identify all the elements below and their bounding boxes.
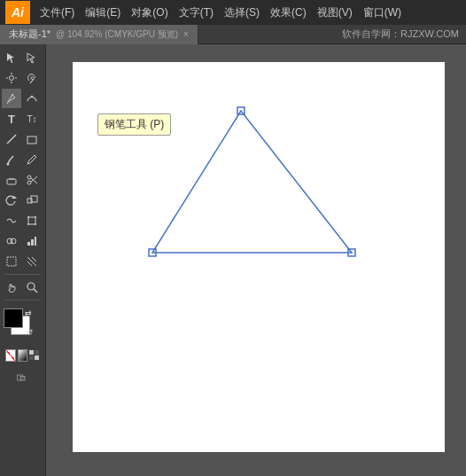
toolbar: T T↕ — [0, 44, 46, 476]
rotate-tool[interactable] — [2, 191, 21, 210]
pattern-icon[interactable] — [29, 349, 40, 362]
svg-point-22 — [35, 223, 36, 225]
tab-bar: 未标题-1* @ 104.92% (CMYK/GPU 预览) × 软件自学网：R… — [0, 25, 466, 44]
canvas-area: 钢笔工具 (P) — [46, 44, 466, 476]
tab-close-button[interactable]: × — [183, 29, 189, 39]
menu-effect[interactable]: 效果(C) — [266, 4, 311, 22]
artboard-tool[interactable] — [2, 252, 21, 271]
menu-file[interactable]: 文件(F) — [35, 4, 79, 22]
menu-view[interactable]: 视图(V) — [313, 4, 357, 22]
svg-rect-36 — [29, 355, 34, 360]
app-logo: Ai — [5, 1, 30, 24]
tab-title: 未标题-1* — [9, 27, 50, 41]
tool-row-eraser — [2, 170, 43, 190]
tab-info: @ 104.92% (CMYK/GPU 预览) — [56, 28, 178, 41]
color-mini-row — [4, 349, 42, 362]
tool-row-2 — [2, 68, 43, 88]
svg-rect-18 — [28, 217, 35, 224]
menu-object[interactable]: 对象(O) — [127, 4, 172, 22]
slice-tool[interactable] — [22, 252, 42, 271]
main-area: T T↕ — [0, 44, 466, 476]
tool-row-select — [2, 48, 43, 67]
touch-type-tool[interactable]: T↕ — [22, 109, 42, 129]
type-tool[interactable]: T — [2, 109, 21, 129]
svg-point-19 — [27, 216, 29, 218]
menu-bar: 文件(F) 编辑(E) 对象(O) 文字(T) 选择(S) 效果(C) 视图(V… — [35, 4, 406, 22]
svg-point-4 — [10, 76, 14, 81]
pen-tool[interactable] — [2, 89, 21, 108]
tool-row-transform — [2, 191, 43, 210]
svg-line-7 — [7, 135, 16, 144]
line-tool[interactable] — [2, 129, 21, 149]
curvature-tool[interactable] — [22, 89, 42, 108]
selection-tool[interactable] — [2, 48, 21, 67]
svg-point-9 — [7, 163, 10, 166]
svg-rect-37 — [35, 355, 39, 360]
tool-row-type: T T↕ — [2, 109, 43, 129]
shape-builder-tool[interactable] — [2, 231, 21, 251]
svg-rect-39 — [20, 377, 25, 381]
tool-row-artboard — [2, 252, 43, 271]
svg-point-12 — [27, 181, 31, 184]
chart-tool[interactable] — [22, 231, 42, 251]
menu-type[interactable]: 文字(T) — [175, 4, 218, 22]
toolbar-divider-2 — [4, 300, 41, 300]
shape-tool[interactable] — [22, 129, 42, 149]
svg-rect-27 — [35, 237, 36, 246]
paintbrush-tool[interactable] — [2, 150, 21, 169]
svg-line-30 — [27, 261, 32, 266]
svg-point-20 — [35, 216, 36, 218]
document-canvas[interactable] — [73, 62, 445, 452]
svg-point-6 — [31, 96, 33, 98]
tool-row-navigate — [2, 277, 43, 297]
document-tab[interactable]: 未标题-1* @ 104.92% (CMYK/GPU 预览) × — [0, 25, 198, 44]
svg-rect-25 — [27, 242, 30, 246]
change-screen-mode-row — [2, 368, 43, 387]
menu-edit[interactable]: 编辑(E) — [81, 4, 125, 22]
reset-colors-icon[interactable]: ↺ — [27, 328, 34, 337]
eraser-tool[interactable] — [2, 170, 21, 190]
tool-row-paint — [2, 150, 43, 169]
toolbar-divider — [4, 274, 41, 275]
pencil-tool[interactable] — [22, 150, 42, 169]
svg-line-33 — [34, 289, 37, 293]
tool-row-graph — [2, 231, 43, 251]
lasso-tool[interactable] — [22, 68, 42, 88]
svg-rect-8 — [27, 137, 36, 144]
canvas-svg — [73, 62, 445, 452]
color-none-icon[interactable] — [5, 349, 16, 362]
triangle-shape[interactable] — [152, 111, 352, 253]
svg-point-21 — [27, 223, 29, 225]
svg-rect-28 — [7, 257, 16, 266]
direct-selection-tool[interactable] — [22, 48, 42, 67]
svg-point-24 — [11, 238, 16, 244]
svg-rect-26 — [31, 239, 34, 246]
svg-rect-35 — [35, 350, 39, 355]
free-transform-tool[interactable] — [22, 211, 42, 230]
svg-point-5 — [12, 94, 13, 96]
color-gradient-icon[interactable] — [18, 349, 28, 362]
svg-rect-34 — [29, 350, 34, 355]
svg-point-11 — [27, 176, 31, 179]
scale-tool[interactable] — [22, 191, 42, 210]
zoom-tool[interactable] — [22, 277, 42, 297]
menu-window[interactable]: 窗口(W) — [359, 4, 406, 22]
swap-colors-icon[interactable]: ⇄ — [25, 308, 32, 317]
color-boxes: ↺ ⇄ — [4, 308, 43, 347]
change-screen-mode-button[interactable] — [4, 368, 43, 387]
title-bar: Ai 文件(F) 编辑(E) 对象(O) 文字(T) 选择(S) 效果(C) 视… — [0, 0, 466, 25]
scissors-tool[interactable] — [22, 170, 42, 190]
svg-rect-10 — [7, 179, 16, 184]
warp-tool[interactable] — [2, 211, 21, 230]
svg-point-32 — [27, 283, 35, 290]
menu-select[interactable]: 选择(S) — [220, 4, 264, 22]
color-section: ↺ ⇄ — [2, 307, 43, 363]
fill-color-box[interactable] — [4, 308, 23, 328]
svg-line-29 — [27, 257, 36, 266]
tool-row-line — [2, 129, 43, 149]
tool-row-warp — [2, 211, 43, 230]
svg-line-31 — [32, 257, 36, 261]
magic-wand-tool[interactable] — [2, 68, 21, 88]
watermark-text: 软件自学网：RJZXW.COM — [335, 27, 466, 41]
hand-tool[interactable] — [2, 277, 21, 297]
